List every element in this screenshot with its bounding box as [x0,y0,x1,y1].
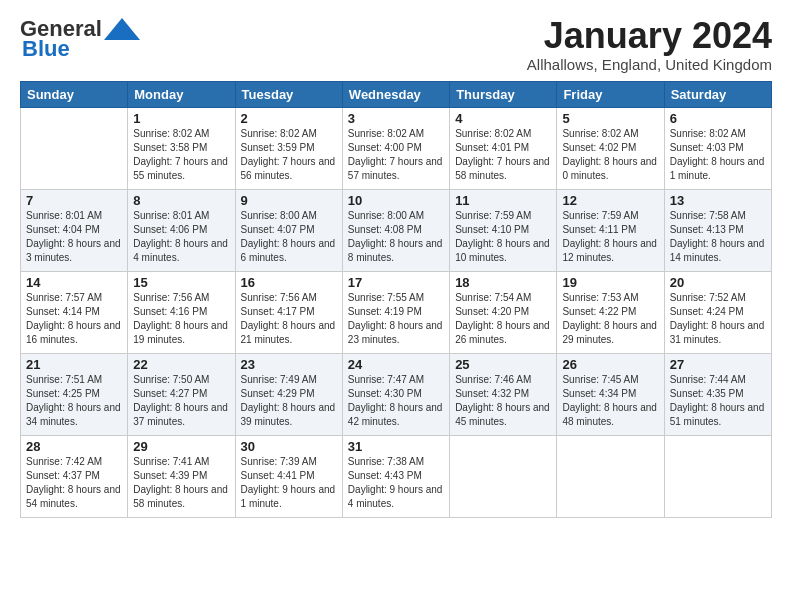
day-number: 29 [133,439,229,454]
day-cell: 26Sunrise: 7:45 AMSunset: 4:34 PMDayligh… [557,353,664,435]
cell-info: Sunrise: 7:56 AMSunset: 4:16 PMDaylight:… [133,291,229,347]
logo-blue: Blue [22,36,70,62]
day-cell [21,107,128,189]
day-cell: 28Sunrise: 7:42 AMSunset: 4:37 PMDayligh… [21,435,128,517]
cell-info: Sunrise: 7:53 AMSunset: 4:22 PMDaylight:… [562,291,658,347]
cell-info: Sunrise: 7:39 AMSunset: 4:41 PMDaylight:… [241,455,337,511]
day-cell: 15Sunrise: 7:56 AMSunset: 4:16 PMDayligh… [128,271,235,353]
day-cell: 29Sunrise: 7:41 AMSunset: 4:39 PMDayligh… [128,435,235,517]
day-cell: 8Sunrise: 8:01 AMSunset: 4:06 PMDaylight… [128,189,235,271]
week-row-3: 14Sunrise: 7:57 AMSunset: 4:14 PMDayligh… [21,271,772,353]
day-number: 25 [455,357,551,372]
cell-info: Sunrise: 7:55 AMSunset: 4:19 PMDaylight:… [348,291,444,347]
day-cell: 23Sunrise: 7:49 AMSunset: 4:29 PMDayligh… [235,353,342,435]
day-cell: 9Sunrise: 8:00 AMSunset: 4:07 PMDaylight… [235,189,342,271]
day-number: 27 [670,357,766,372]
week-row-2: 7Sunrise: 8:01 AMSunset: 4:04 PMDaylight… [21,189,772,271]
cell-info: Sunrise: 8:02 AMSunset: 4:02 PMDaylight:… [562,127,658,183]
day-cell: 21Sunrise: 7:51 AMSunset: 4:25 PMDayligh… [21,353,128,435]
day-cell [557,435,664,517]
day-number: 1 [133,111,229,126]
cell-info: Sunrise: 7:57 AMSunset: 4:14 PMDaylight:… [26,291,122,347]
cell-info: Sunrise: 8:01 AMSunset: 4:04 PMDaylight:… [26,209,122,265]
cell-info: Sunrise: 7:49 AMSunset: 4:29 PMDaylight:… [241,373,337,429]
day-cell: 2Sunrise: 8:02 AMSunset: 3:59 PMDaylight… [235,107,342,189]
week-row-4: 21Sunrise: 7:51 AMSunset: 4:25 PMDayligh… [21,353,772,435]
day-cell: 24Sunrise: 7:47 AMSunset: 4:30 PMDayligh… [342,353,449,435]
cell-info: Sunrise: 7:44 AMSunset: 4:35 PMDaylight:… [670,373,766,429]
day-cell: 22Sunrise: 7:50 AMSunset: 4:27 PMDayligh… [128,353,235,435]
column-header-friday: Friday [557,81,664,107]
day-number: 17 [348,275,444,290]
day-number: 8 [133,193,229,208]
day-number: 10 [348,193,444,208]
day-cell: 17Sunrise: 7:55 AMSunset: 4:19 PMDayligh… [342,271,449,353]
day-number: 28 [26,439,122,454]
column-header-monday: Monday [128,81,235,107]
calendar-header-row: SundayMondayTuesdayWednesdayThursdayFrid… [21,81,772,107]
cell-info: Sunrise: 8:02 AMSunset: 4:03 PMDaylight:… [670,127,766,183]
svg-marker-0 [104,18,140,40]
day-number: 7 [26,193,122,208]
day-number: 20 [670,275,766,290]
day-cell: 16Sunrise: 7:56 AMSunset: 4:17 PMDayligh… [235,271,342,353]
cell-info: Sunrise: 8:00 AMSunset: 4:07 PMDaylight:… [241,209,337,265]
day-cell: 18Sunrise: 7:54 AMSunset: 4:20 PMDayligh… [450,271,557,353]
week-row-5: 28Sunrise: 7:42 AMSunset: 4:37 PMDayligh… [21,435,772,517]
column-header-saturday: Saturday [664,81,771,107]
day-cell: 10Sunrise: 8:00 AMSunset: 4:08 PMDayligh… [342,189,449,271]
day-cell [664,435,771,517]
day-number: 2 [241,111,337,126]
day-number: 19 [562,275,658,290]
day-number: 26 [562,357,658,372]
day-cell: 30Sunrise: 7:39 AMSunset: 4:41 PMDayligh… [235,435,342,517]
day-number: 15 [133,275,229,290]
day-number: 21 [26,357,122,372]
day-cell: 20Sunrise: 7:52 AMSunset: 4:24 PMDayligh… [664,271,771,353]
cell-info: Sunrise: 7:58 AMSunset: 4:13 PMDaylight:… [670,209,766,265]
day-number: 4 [455,111,551,126]
day-number: 16 [241,275,337,290]
cell-info: Sunrise: 7:47 AMSunset: 4:30 PMDaylight:… [348,373,444,429]
day-cell: 11Sunrise: 7:59 AMSunset: 4:10 PMDayligh… [450,189,557,271]
day-cell: 1Sunrise: 8:02 AMSunset: 3:58 PMDaylight… [128,107,235,189]
calendar-page: General Blue January 2024 Allhallows, En… [0,0,792,612]
day-number: 12 [562,193,658,208]
day-number: 3 [348,111,444,126]
day-cell: 3Sunrise: 8:02 AMSunset: 4:00 PMDaylight… [342,107,449,189]
cell-info: Sunrise: 7:42 AMSunset: 4:37 PMDaylight:… [26,455,122,511]
cell-info: Sunrise: 8:02 AMSunset: 4:01 PMDaylight:… [455,127,551,183]
day-cell: 25Sunrise: 7:46 AMSunset: 4:32 PMDayligh… [450,353,557,435]
day-cell: 6Sunrise: 8:02 AMSunset: 4:03 PMDaylight… [664,107,771,189]
cell-info: Sunrise: 7:38 AMSunset: 4:43 PMDaylight:… [348,455,444,511]
cell-info: Sunrise: 7:41 AMSunset: 4:39 PMDaylight:… [133,455,229,511]
week-row-1: 1Sunrise: 8:02 AMSunset: 3:58 PMDaylight… [21,107,772,189]
day-number: 9 [241,193,337,208]
column-header-thursday: Thursday [450,81,557,107]
column-header-tuesday: Tuesday [235,81,342,107]
cell-info: Sunrise: 7:51 AMSunset: 4:25 PMDaylight:… [26,373,122,429]
column-header-sunday: Sunday [21,81,128,107]
day-number: 18 [455,275,551,290]
header: General Blue January 2024 Allhallows, En… [20,16,772,73]
month-title: January 2024 [527,16,772,56]
day-cell: 4Sunrise: 8:02 AMSunset: 4:01 PMDaylight… [450,107,557,189]
day-cell: 27Sunrise: 7:44 AMSunset: 4:35 PMDayligh… [664,353,771,435]
day-cell: 14Sunrise: 7:57 AMSunset: 4:14 PMDayligh… [21,271,128,353]
cell-info: Sunrise: 7:45 AMSunset: 4:34 PMDaylight:… [562,373,658,429]
day-cell: 31Sunrise: 7:38 AMSunset: 4:43 PMDayligh… [342,435,449,517]
day-number: 14 [26,275,122,290]
calendar-table: SundayMondayTuesdayWednesdayThursdayFrid… [20,81,772,518]
day-number: 11 [455,193,551,208]
cell-info: Sunrise: 8:02 AMSunset: 3:58 PMDaylight:… [133,127,229,183]
day-cell: 7Sunrise: 8:01 AMSunset: 4:04 PMDaylight… [21,189,128,271]
day-number: 5 [562,111,658,126]
day-number: 13 [670,193,766,208]
logo-icon [104,18,140,40]
location: Allhallows, England, United Kingdom [527,56,772,73]
day-cell: 5Sunrise: 8:02 AMSunset: 4:02 PMDaylight… [557,107,664,189]
day-number: 6 [670,111,766,126]
column-header-wednesday: Wednesday [342,81,449,107]
cell-info: Sunrise: 8:02 AMSunset: 3:59 PMDaylight:… [241,127,337,183]
cell-info: Sunrise: 7:54 AMSunset: 4:20 PMDaylight:… [455,291,551,347]
